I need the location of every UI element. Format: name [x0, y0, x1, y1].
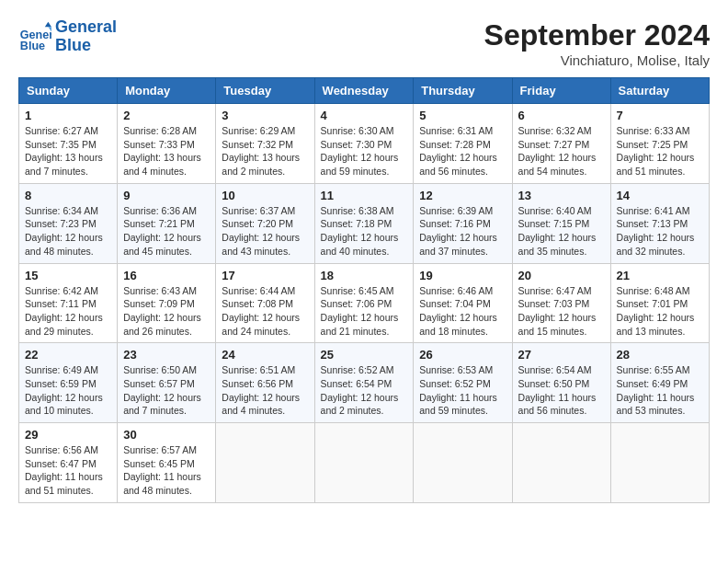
day-number: 22 [25, 348, 111, 362]
calendar-cell: 10Sunrise: 6:37 AM Sunset: 7:20 PM Dayli… [216, 183, 314, 263]
page-header: General Blue General Blue September 2024… [18, 18, 710, 68]
calendar-week-5: 29Sunrise: 6:56 AM Sunset: 6:47 PM Dayli… [19, 423, 710, 503]
day-info: Sunrise: 6:55 AM Sunset: 6:49 PM Dayligh… [617, 363, 703, 418]
calendar-cell: 27Sunrise: 6:54 AM Sunset: 6:50 PM Dayli… [512, 343, 610, 423]
day-number: 15 [25, 269, 111, 282]
day-info: Sunrise: 6:51 AM Sunset: 6:56 PM Dayligh… [222, 363, 308, 418]
day-info: Sunrise: 6:53 AM Sunset: 6:52 PM Dayligh… [419, 363, 506, 418]
day-number: 13 [518, 189, 605, 202]
day-info: Sunrise: 6:40 AM Sunset: 7:15 PM Dayligh… [518, 204, 605, 259]
day-number: 27 [518, 348, 605, 362]
day-number: 10 [222, 189, 308, 202]
day-info: Sunrise: 6:54 AM Sunset: 6:50 PM Dayligh… [518, 363, 605, 418]
calendar-cell: 28Sunrise: 6:55 AM Sunset: 6:49 PM Dayli… [610, 343, 709, 423]
calendar-cell [610, 423, 709, 503]
day-number: 5 [419, 109, 506, 122]
title-block: September 2024 Vinchiaturo, Molise, Ital… [484, 18, 710, 68]
weekday-header-saturday: Saturday [610, 78, 709, 104]
day-number: 3 [222, 109, 308, 122]
weekday-header-thursday: Thursday [414, 78, 512, 104]
calendar-cell: 26Sunrise: 6:53 AM Sunset: 6:52 PM Dayli… [414, 343, 512, 423]
day-info: Sunrise: 6:34 AM Sunset: 7:23 PM Dayligh… [25, 204, 111, 259]
calendar-cell: 14Sunrise: 6:41 AM Sunset: 7:13 PM Dayli… [610, 183, 709, 263]
calendar-cell: 25Sunrise: 6:52 AM Sunset: 6:54 PM Dayli… [314, 343, 414, 423]
day-info: Sunrise: 6:30 AM Sunset: 7:30 PM Dayligh… [321, 124, 408, 178]
day-number: 16 [123, 269, 210, 282]
day-info: Sunrise: 6:42 AM Sunset: 7:11 PM Dayligh… [25, 284, 111, 339]
weekday-header-sunday: Sunday [19, 78, 118, 104]
calendar-cell [414, 423, 512, 503]
day-number: 11 [321, 189, 408, 202]
calendar-cell: 8Sunrise: 6:34 AM Sunset: 7:23 PM Daylig… [19, 183, 118, 263]
calendar-cell: 7Sunrise: 6:33 AM Sunset: 7:25 PM Daylig… [610, 104, 709, 184]
calendar-week-2: 8Sunrise: 6:34 AM Sunset: 7:23 PM Daylig… [19, 183, 710, 263]
calendar-cell: 4Sunrise: 6:30 AM Sunset: 7:30 PM Daylig… [314, 104, 414, 184]
calendar-cell [314, 423, 414, 503]
day-info: Sunrise: 6:52 AM Sunset: 6:54 PM Dayligh… [321, 363, 408, 418]
day-number: 8 [25, 189, 111, 202]
day-number: 24 [222, 348, 308, 362]
svg-text:Blue: Blue [20, 40, 45, 52]
calendar-header-row: SundayMondayTuesdayWednesdayThursdayFrid… [19, 78, 710, 104]
weekday-header-wednesday: Wednesday [314, 78, 414, 104]
day-number: 26 [419, 348, 506, 362]
day-info: Sunrise: 6:50 AM Sunset: 6:57 PM Dayligh… [123, 363, 210, 418]
calendar-cell: 22Sunrise: 6:49 AM Sunset: 6:59 PM Dayli… [19, 343, 118, 423]
location: Vinchiaturo, Molise, Italy [484, 52, 710, 68]
calendar-cell: 20Sunrise: 6:47 AM Sunset: 7:03 PM Dayli… [512, 263, 610, 343]
calendar-cell: 1Sunrise: 6:27 AM Sunset: 7:35 PM Daylig… [19, 104, 118, 184]
day-info: Sunrise: 6:31 AM Sunset: 7:28 PM Dayligh… [419, 124, 506, 178]
day-info: Sunrise: 6:49 AM Sunset: 6:59 PM Dayligh… [25, 363, 111, 418]
day-info: Sunrise: 6:29 AM Sunset: 7:32 PM Dayligh… [222, 124, 308, 178]
day-info: Sunrise: 6:46 AM Sunset: 7:04 PM Dayligh… [419, 284, 506, 339]
day-number: 17 [222, 269, 308, 282]
calendar-cell: 23Sunrise: 6:50 AM Sunset: 6:57 PM Dayli… [118, 343, 216, 423]
logo-text: General Blue [55, 18, 117, 55]
svg-marker-2 [45, 22, 51, 27]
calendar-cell: 6Sunrise: 6:32 AM Sunset: 7:27 PM Daylig… [512, 104, 610, 184]
month-title: September 2024 [484, 18, 710, 52]
day-info: Sunrise: 6:36 AM Sunset: 7:21 PM Dayligh… [123, 204, 210, 259]
weekday-header-monday: Monday [118, 78, 216, 104]
day-info: Sunrise: 6:57 AM Sunset: 6:45 PM Dayligh… [123, 443, 210, 498]
day-info: Sunrise: 6:38 AM Sunset: 7:18 PM Dayligh… [321, 204, 408, 259]
day-info: Sunrise: 6:44 AM Sunset: 7:08 PM Dayligh… [222, 284, 308, 339]
day-info: Sunrise: 6:48 AM Sunset: 7:01 PM Dayligh… [617, 284, 703, 339]
weekday-header-tuesday: Tuesday [216, 78, 314, 104]
calendar-table: SundayMondayTuesdayWednesdayThursdayFrid… [18, 77, 710, 503]
day-info: Sunrise: 6:47 AM Sunset: 7:03 PM Dayligh… [518, 284, 605, 339]
day-number: 29 [25, 428, 111, 442]
day-info: Sunrise: 6:41 AM Sunset: 7:13 PM Dayligh… [617, 204, 703, 259]
day-info: Sunrise: 6:56 AM Sunset: 6:47 PM Dayligh… [25, 443, 111, 498]
calendar-week-4: 22Sunrise: 6:49 AM Sunset: 6:59 PM Dayli… [19, 343, 710, 423]
calendar-cell: 19Sunrise: 6:46 AM Sunset: 7:04 PM Dayli… [414, 263, 512, 343]
day-info: Sunrise: 6:37 AM Sunset: 7:20 PM Dayligh… [222, 204, 308, 259]
day-number: 14 [617, 189, 703, 202]
day-info: Sunrise: 6:27 AM Sunset: 7:35 PM Dayligh… [25, 124, 111, 178]
day-number: 18 [321, 269, 408, 282]
day-number: 21 [617, 269, 703, 282]
calendar-cell: 17Sunrise: 6:44 AM Sunset: 7:08 PM Dayli… [216, 263, 314, 343]
day-number: 4 [321, 109, 408, 122]
calendar-cell: 3Sunrise: 6:29 AM Sunset: 7:32 PM Daylig… [216, 104, 314, 184]
day-number: 25 [321, 348, 408, 362]
day-info: Sunrise: 6:39 AM Sunset: 7:16 PM Dayligh… [419, 204, 506, 259]
day-number: 2 [123, 109, 210, 122]
calendar-cell: 18Sunrise: 6:45 AM Sunset: 7:06 PM Dayli… [314, 263, 414, 343]
day-info: Sunrise: 6:33 AM Sunset: 7:25 PM Dayligh… [617, 124, 703, 178]
calendar-week-1: 1Sunrise: 6:27 AM Sunset: 7:35 PM Daylig… [19, 104, 710, 184]
calendar-cell: 2Sunrise: 6:28 AM Sunset: 7:33 PM Daylig… [118, 104, 216, 184]
day-info: Sunrise: 6:32 AM Sunset: 7:27 PM Dayligh… [518, 124, 605, 178]
day-number: 19 [419, 269, 506, 282]
day-info: Sunrise: 6:43 AM Sunset: 7:09 PM Dayligh… [123, 284, 210, 339]
calendar-cell: 29Sunrise: 6:56 AM Sunset: 6:47 PM Dayli… [19, 423, 118, 503]
day-number: 20 [518, 269, 605, 282]
calendar-cell: 12Sunrise: 6:39 AM Sunset: 7:16 PM Dayli… [414, 183, 512, 263]
calendar-cell: 11Sunrise: 6:38 AM Sunset: 7:18 PM Dayli… [314, 183, 414, 263]
logo-icon: General Blue [18, 20, 51, 53]
logo: General Blue General Blue [18, 18, 117, 55]
calendar-week-3: 15Sunrise: 6:42 AM Sunset: 7:11 PM Dayli… [19, 263, 710, 343]
calendar-cell: 15Sunrise: 6:42 AM Sunset: 7:11 PM Dayli… [19, 263, 118, 343]
calendar-body: 1Sunrise: 6:27 AM Sunset: 7:35 PM Daylig… [19, 104, 710, 503]
calendar-cell: 30Sunrise: 6:57 AM Sunset: 6:45 PM Dayli… [118, 423, 216, 503]
